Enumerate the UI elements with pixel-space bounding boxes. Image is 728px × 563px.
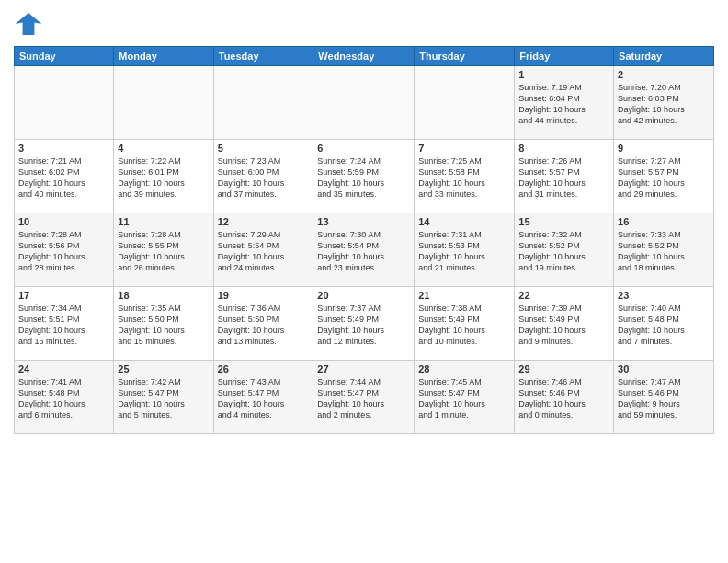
day-info: Sunrise: 7:33 AM Sunset: 5:52 PM Dayligh… [618,229,710,274]
calendar: SundayMondayTuesdayWednesdayThursdayFrid… [14,46,714,434]
calendar-cell: 14Sunrise: 7:31 AM Sunset: 5:53 PM Dayli… [415,213,515,287]
day-number: 4 [118,143,209,154]
day-info: Sunrise: 7:38 AM Sunset: 5:49 PM Dayligh… [418,303,510,348]
day-info: Sunrise: 7:39 AM Sunset: 5:49 PM Dayligh… [518,303,609,348]
calendar-cell: 5Sunrise: 7:23 AM Sunset: 6:00 PM Daylig… [213,140,313,213]
calendar-cell: 20Sunrise: 7:37 AM Sunset: 5:49 PM Dayli… [313,287,415,361]
day-info: Sunrise: 7:45 AM Sunset: 5:47 PM Dayligh… [418,376,510,421]
day-number: 22 [518,290,609,301]
calendar-cell: 17Sunrise: 7:34 AM Sunset: 5:51 PM Dayli… [15,287,114,361]
day-number: 20 [317,290,410,301]
calendar-cell [15,66,114,140]
day-number: 25 [118,363,209,374]
day-number: 27 [317,363,410,374]
day-number: 6 [317,143,410,154]
calendar-cell: 24Sunrise: 7:41 AM Sunset: 5:48 PM Dayli… [15,361,114,434]
day-number: 19 [218,290,310,301]
day-number: 10 [18,216,109,227]
calendar-cell [313,66,415,140]
day-number: 28 [418,363,510,374]
svg-marker-0 [16,13,42,35]
day-info: Sunrise: 7:44 AM Sunset: 5:47 PM Dayligh… [317,376,410,421]
day-info: Sunrise: 7:19 AM Sunset: 6:04 PM Dayligh… [518,82,609,127]
week-row-2: 10Sunrise: 7:28 AM Sunset: 5:56 PM Dayli… [15,213,714,287]
calendar-cell: 22Sunrise: 7:39 AM Sunset: 5:49 PM Dayli… [515,287,614,361]
day-info: Sunrise: 7:47 AM Sunset: 5:46 PM Dayligh… [618,376,710,421]
day-number: 13 [317,216,410,227]
header [14,9,714,39]
day-number: 7 [418,143,510,154]
calendar-cell: 26Sunrise: 7:43 AM Sunset: 5:47 PM Dayli… [213,361,313,434]
calendar-cell: 7Sunrise: 7:25 AM Sunset: 5:58 PM Daylig… [415,140,515,213]
weekday-header-row: SundayMondayTuesdayWednesdayThursdayFrid… [15,47,714,66]
calendar-cell: 18Sunrise: 7:35 AM Sunset: 5:50 PM Dayli… [114,287,213,361]
calendar-cell: 13Sunrise: 7:30 AM Sunset: 5:54 PM Dayli… [313,213,415,287]
day-info: Sunrise: 7:21 AM Sunset: 6:02 PM Dayligh… [18,155,109,201]
day-number: 3 [18,143,109,154]
calendar-cell: 16Sunrise: 7:33 AM Sunset: 5:52 PM Dayli… [614,213,714,287]
weekday-header-thursday: Thursday [415,47,515,66]
calendar-cell: 3Sunrise: 7:21 AM Sunset: 6:02 PM Daylig… [15,140,114,213]
week-row-3: 17Sunrise: 7:34 AM Sunset: 5:51 PM Dayli… [15,287,714,361]
weekday-header-saturday: Saturday [614,47,714,66]
day-info: Sunrise: 7:31 AM Sunset: 5:53 PM Dayligh… [418,229,510,274]
calendar-cell: 6Sunrise: 7:24 AM Sunset: 5:59 PM Daylig… [313,140,415,213]
day-info: Sunrise: 7:36 AM Sunset: 5:50 PM Dayligh… [218,303,310,348]
calendar-cell: 29Sunrise: 7:46 AM Sunset: 5:46 PM Dayli… [515,361,614,434]
day-info: Sunrise: 7:37 AM Sunset: 5:49 PM Dayligh… [317,303,410,348]
calendar-cell: 9Sunrise: 7:27 AM Sunset: 5:57 PM Daylig… [614,140,714,213]
calendar-cell: 28Sunrise: 7:45 AM Sunset: 5:47 PM Dayli… [415,361,515,434]
day-info: Sunrise: 7:20 AM Sunset: 6:03 PM Dayligh… [618,82,710,127]
day-number: 29 [518,363,609,374]
weekday-header-friday: Friday [515,47,614,66]
weekday-header-wednesday: Wednesday [313,47,415,66]
day-number: 8 [518,143,609,154]
day-number: 23 [618,290,710,301]
day-number: 21 [418,290,510,301]
day-number: 11 [118,216,209,227]
day-info: Sunrise: 7:42 AM Sunset: 5:47 PM Dayligh… [118,376,209,421]
day-info: Sunrise: 7:34 AM Sunset: 5:51 PM Dayligh… [18,303,109,348]
calendar-cell: 11Sunrise: 7:28 AM Sunset: 5:55 PM Dayli… [114,213,213,287]
calendar-cell [114,66,213,140]
day-info: Sunrise: 7:27 AM Sunset: 5:57 PM Dayligh… [618,155,710,201]
logo [14,9,47,39]
calendar-cell: 1Sunrise: 7:19 AM Sunset: 6:04 PM Daylig… [515,66,614,140]
calendar-cell: 25Sunrise: 7:42 AM Sunset: 5:47 PM Dayli… [114,361,213,434]
day-number: 17 [18,290,109,301]
day-number: 5 [218,143,310,154]
calendar-cell: 8Sunrise: 7:26 AM Sunset: 5:57 PM Daylig… [515,140,614,213]
weekday-header-sunday: Sunday [15,47,114,66]
day-info: Sunrise: 7:29 AM Sunset: 5:54 PM Dayligh… [218,229,310,274]
week-row-4: 24Sunrise: 7:41 AM Sunset: 5:48 PM Dayli… [15,361,714,434]
calendar-cell: 30Sunrise: 7:47 AM Sunset: 5:46 PM Dayli… [614,361,714,434]
calendar-cell: 19Sunrise: 7:36 AM Sunset: 5:50 PM Dayli… [213,287,313,361]
day-info: Sunrise: 7:32 AM Sunset: 5:52 PM Dayligh… [518,229,609,274]
day-info: Sunrise: 7:24 AM Sunset: 5:59 PM Dayligh… [317,155,410,201]
calendar-cell: 15Sunrise: 7:32 AM Sunset: 5:52 PM Dayli… [515,213,614,287]
day-info: Sunrise: 7:22 AM Sunset: 6:01 PM Dayligh… [118,155,209,201]
weekday-header-monday: Monday [114,47,213,66]
calendar-cell: 4Sunrise: 7:22 AM Sunset: 6:01 PM Daylig… [114,140,213,213]
day-number: 30 [618,363,710,374]
page: SundayMondayTuesdayWednesdayThursdayFrid… [0,0,728,563]
calendar-cell: 23Sunrise: 7:40 AM Sunset: 5:48 PM Dayli… [614,287,714,361]
weekday-header-tuesday: Tuesday [213,47,313,66]
day-number: 14 [418,216,510,227]
calendar-cell: 27Sunrise: 7:44 AM Sunset: 5:47 PM Dayli… [313,361,415,434]
logo-icon [14,9,43,39]
day-number: 18 [118,290,209,301]
calendar-cell [415,66,515,140]
day-info: Sunrise: 7:25 AM Sunset: 5:58 PM Dayligh… [418,155,510,201]
day-number: 2 [618,69,710,80]
calendar-cell: 12Sunrise: 7:29 AM Sunset: 5:54 PM Dayli… [213,213,313,287]
day-number: 26 [218,363,310,374]
calendar-cell: 21Sunrise: 7:38 AM Sunset: 5:49 PM Dayli… [415,287,515,361]
day-number: 15 [518,216,609,227]
day-info: Sunrise: 7:28 AM Sunset: 5:55 PM Dayligh… [118,229,209,274]
calendar-cell: 2Sunrise: 7:20 AM Sunset: 6:03 PM Daylig… [614,66,714,140]
calendar-cell [213,66,313,140]
day-info: Sunrise: 7:30 AM Sunset: 5:54 PM Dayligh… [317,229,410,274]
week-row-0: 1Sunrise: 7:19 AM Sunset: 6:04 PM Daylig… [15,66,714,140]
day-info: Sunrise: 7:46 AM Sunset: 5:46 PM Dayligh… [518,376,609,421]
